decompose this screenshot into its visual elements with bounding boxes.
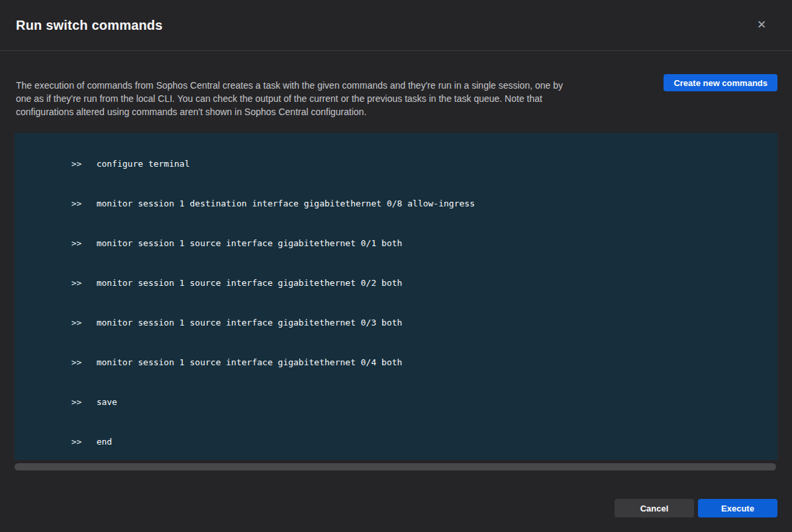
terminal-command: monitor session 1 destination interface …: [97, 199, 475, 208]
terminal-line: >>monitor session 1 source interface gig…: [30, 224, 764, 263]
terminal-command: monitor session 1 source interface gigab…: [97, 318, 403, 328]
close-icon[interactable]: ✕: [752, 16, 771, 34]
dialog-footer: Cancel Execute: [15, 499, 777, 517]
terminal-command: monitor session 1 source interface gigab…: [97, 278, 403, 288]
terminal-command: end: [97, 437, 112, 447]
horizontal-scrollbar-track: [15, 463, 777, 470]
dialog-title: Run switch commands: [16, 18, 163, 33]
dialog-description: The execution of commands from Sophos Ce…: [16, 79, 580, 118]
terminal-prompt: >>: [72, 237, 97, 250]
terminal-command: save: [97, 397, 117, 407]
terminal-prompt: >>: [72, 277, 97, 290]
terminal-line: >>configure terminal: [30, 144, 764, 184]
dialog-body: The execution of commands from Sophos Ce…: [0, 51, 792, 532]
terminal-command: configure terminal: [97, 159, 190, 169]
terminal-line: >>monitor session 1 source interface gig…: [30, 343, 764, 382]
intro-row: The execution of commands from Sophos Ce…: [15, 74, 777, 118]
terminal-line: >>monitor session 1 source interface gig…: [30, 263, 764, 303]
terminal-prompt: >>: [72, 316, 97, 330]
terminal-line: >>end: [30, 422, 764, 460]
execute-button[interactable]: Execute: [698, 499, 777, 517]
terminal-prompt: >>: [72, 396, 97, 409]
terminal-prompt: >>: [72, 197, 97, 210]
create-new-commands-button[interactable]: Create new commands: [664, 74, 777, 91]
horizontal-scrollbar-thumb[interactable]: [15, 463, 776, 470]
terminal-prompt: >>: [72, 157, 97, 171]
dialog-header: Run switch commands ✕: [0, 0, 792, 51]
terminal-prompt: >>: [72, 435, 97, 449]
terminal-line: >>monitor session 1 source interface gig…: [30, 303, 764, 343]
terminal-line: >>save: [30, 382, 764, 422]
terminal-line: >>monitor session 1 destination interfac…: [30, 184, 764, 224]
commands-terminal[interactable]: >>configure terminal >>monitor session 1…: [15, 133, 777, 460]
cancel-button[interactable]: Cancel: [615, 499, 694, 517]
run-switch-commands-dialog: Run switch commands ✕ The execution of c…: [0, 0, 792, 532]
terminal-prompt: >>: [72, 356, 97, 369]
terminal-command: monitor session 1 source interface gigab…: [97, 238, 403, 248]
terminal-command: monitor session 1 source interface gigab…: [97, 357, 403, 367]
